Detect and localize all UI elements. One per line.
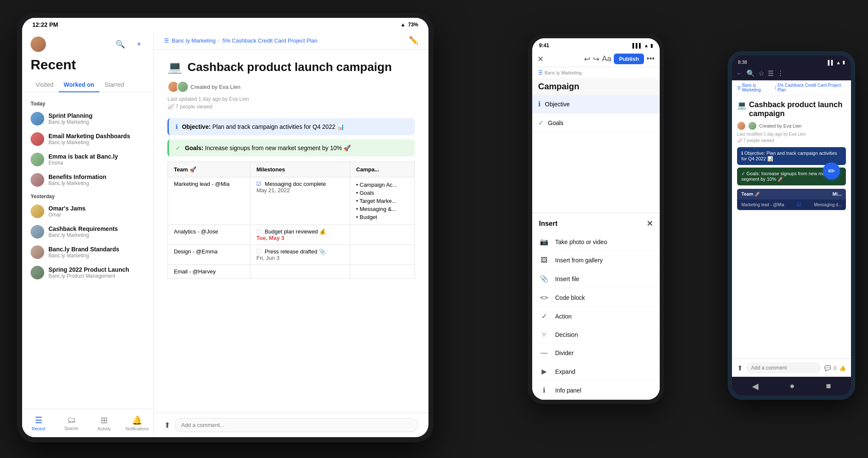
goals-block: ✓ Goals: Increase signups from new marke… xyxy=(167,139,415,156)
recents-nav-icon[interactable]: ■ xyxy=(826,381,831,391)
list-icon[interactable]: ☰ xyxy=(768,69,774,77)
doc-submeta: Last modified 1 day ago by Eva Lien xyxy=(737,132,846,137)
signal-icon: ▌▌ xyxy=(828,60,835,65)
more-icon[interactable]: ••• xyxy=(647,54,655,63)
bullet-item: Goals xyxy=(356,189,408,197)
like-icon[interactable]: 👍 xyxy=(839,365,846,371)
breadcrumb-icon: ☰ xyxy=(538,70,543,76)
list-item[interactable]: Cashback Requirements Banc.ly Marketing xyxy=(22,222,153,242)
edit-icon[interactable]: ✏️ xyxy=(409,36,418,45)
tab-worked-on[interactable]: Worked on xyxy=(59,78,99,92)
nav-spaces[interactable]: 🗂 Spaces xyxy=(55,412,88,434)
sidebar-content: Today Sprint Planning Banc.ly Marketing xyxy=(22,92,153,409)
user-avatar[interactable] xyxy=(31,37,46,52)
item-info: Email Marketing Dashboards Banc.ly Marke… xyxy=(48,133,145,145)
goals-text: Goals: Increase signups from new market … xyxy=(741,171,833,182)
insert-item-gallery[interactable]: 🖼 Insert from gallery xyxy=(532,251,660,270)
back-icon[interactable]: ← xyxy=(736,70,743,77)
list-item[interactable]: Omar's Jams Omar xyxy=(22,201,153,222)
wifi-icon: ▲ xyxy=(400,22,406,28)
milestone-cell: ☐ Budget plan reviewed 💰Tue, May 3 xyxy=(250,225,350,245)
tab-starred[interactable]: Starred xyxy=(99,78,129,92)
avatar xyxy=(737,122,746,130)
format-icon[interactable]: Aa xyxy=(602,54,611,63)
fab-edit-button[interactable]: ✏ xyxy=(823,162,840,179)
breadcrumb-org[interactable]: Banc.ly Marketing xyxy=(742,83,774,92)
insert-item-info[interactable]: ℹ Info panel xyxy=(532,381,660,400)
sidebar-title: Recent xyxy=(22,55,153,78)
insert-item-action[interactable]: ✓ Action xyxy=(532,307,660,326)
insert-item-divider[interactable]: — Divider xyxy=(532,344,660,362)
wifi-icon: ▲ xyxy=(644,43,649,48)
tab-visited[interactable]: Visited xyxy=(31,78,59,92)
breadcrumb-page[interactable]: 5% Cashback Credit Card Project Plan xyxy=(777,83,846,92)
search-icon[interactable]: 🔍 xyxy=(114,38,126,50)
checkbox-undone: ☐ xyxy=(256,248,261,255)
list-item[interactable]: Emma is back at Banc.ly Emma xyxy=(22,149,153,170)
nav-notifications[interactable]: 🔔 Notifications xyxy=(121,412,153,434)
insert-title: Insert xyxy=(539,220,558,228)
outline-item-objective[interactable]: ℹ Objective xyxy=(532,95,660,114)
insert-item-label: Code block xyxy=(555,294,585,301)
nav-activity[interactable]: ⊞ Activity xyxy=(88,412,121,434)
avatar xyxy=(31,132,44,146)
tablet-time: 12:22 PM xyxy=(32,21,58,28)
add-icon[interactable]: + xyxy=(133,38,145,50)
nav-spaces-label: Spaces xyxy=(64,426,78,431)
breadcrumb-page[interactable]: 5% Cashback Credit Card Project Plan xyxy=(222,37,318,44)
milestone-cell: ☐ Press release drafted 📎Fri, Jun 3 xyxy=(250,245,350,265)
item-name: Benefits Information xyxy=(48,174,145,180)
publish-button[interactable]: Publish xyxy=(614,54,644,64)
table-header: Team 🚀 Mi... xyxy=(737,189,846,199)
star-icon[interactable]: ☆ xyxy=(758,69,764,77)
battery-icon: ▮ xyxy=(842,60,845,65)
toolbar-right: ↩ ↪ Aa Publish ••• xyxy=(584,54,655,64)
phone1-breadcrumb: ☰ Banc.ly Marketing xyxy=(532,67,660,78)
phone2-time: 8:38 xyxy=(738,60,747,65)
insert-item-decision[interactable]: ⑂ Decision xyxy=(532,326,660,344)
campaign-cell: Campaign Ac... Goals Target Marke... Mes… xyxy=(350,177,414,225)
list-item[interactable]: Benefits Information Banc.ly Marketing xyxy=(22,170,153,190)
breadcrumb: ☰ Banc.ly Marketing / 5% Cashback Credit… xyxy=(154,31,428,50)
more-icon[interactable]: ⋮ xyxy=(777,69,784,77)
avatar xyxy=(31,112,44,125)
item-sub: Banc.ly Marketing xyxy=(48,180,145,186)
notifications-icon: 🔔 xyxy=(132,415,142,425)
comment-count: 0 xyxy=(834,365,837,371)
list-item[interactable]: Sprint Planning Banc.ly Marketing xyxy=(22,108,153,129)
list-item[interactable]: Banc.ly Brand Standards Banc.ly Marketin… xyxy=(22,242,153,262)
list-item[interactable]: Email Marketing Dashboards Banc.ly Marke… xyxy=(22,129,153,149)
tablet-status-right: ▲ 73% xyxy=(400,22,418,28)
close-icon[interactable]: ✕ xyxy=(537,54,544,64)
back-nav-icon[interactable]: ◀ xyxy=(752,381,758,391)
insert-item-expand[interactable]: ▶ Expand xyxy=(532,362,660,381)
comment-input[interactable] xyxy=(746,362,821,373)
search-icon[interactable]: 🔍 xyxy=(746,69,755,77)
share-icon[interactable]: ⬆ xyxy=(737,364,743,372)
share-icon[interactable]: ⬆ xyxy=(164,421,170,430)
home-nav-icon[interactable]: ● xyxy=(789,381,794,391)
undo-icon[interactable]: ↩ xyxy=(584,54,590,64)
list-item[interactable]: Spring 2022 Product Launch Banc.ly Produ… xyxy=(22,262,153,283)
redo-icon[interactable]: ↪ xyxy=(593,54,599,64)
comment-input[interactable] xyxy=(175,418,418,432)
avatar-image xyxy=(31,37,46,52)
phone2-bottom-nav: ◀ ● ■ xyxy=(732,377,851,395)
col-team: Team 🚀 xyxy=(168,162,250,177)
phone2-content: ☰ Banc.ly Marketing / 5% Cashback Credit… xyxy=(732,80,851,377)
breadcrumb-org[interactable]: Banc.ly Marketing xyxy=(545,70,582,75)
item-sub: Banc.ly Product Management xyxy=(48,273,145,279)
doc-title-row: 💻 Cashback product launch campaign xyxy=(167,60,415,74)
breadcrumb-org[interactable]: Banc.ly Marketing xyxy=(172,37,216,44)
main-content: ☰ Banc.ly Marketing / 5% Cashback Credit… xyxy=(154,31,428,437)
battery-icon: ▮ xyxy=(650,43,653,48)
doc-views: 📈 7 people viewed xyxy=(167,104,415,110)
insert-item-file[interactable]: 📎 Insert file xyxy=(532,270,660,288)
close-icon[interactable]: ✕ xyxy=(647,219,653,228)
outline-item-goals[interactable]: ✓ Goals xyxy=(532,114,660,132)
outline-panel: ℹ Objective ✓ Goals xyxy=(532,95,660,213)
nav-recent[interactable]: ☰ Recent xyxy=(22,412,55,434)
milestone-cell xyxy=(250,265,350,279)
insert-item-photo[interactable]: 📷 Take photo or video xyxy=(532,233,660,251)
insert-item-code[interactable]: <> Code block xyxy=(532,288,660,307)
